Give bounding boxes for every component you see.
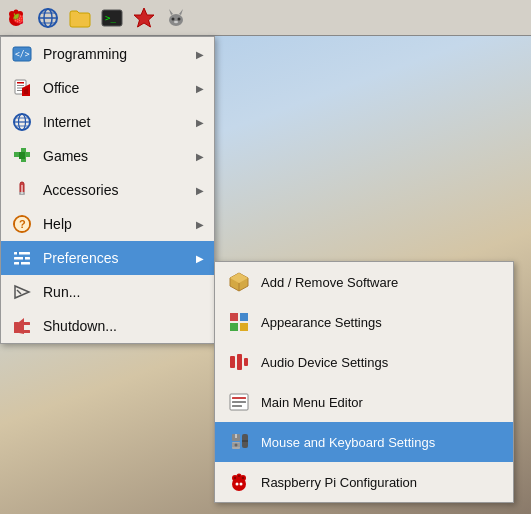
package-icon	[227, 270, 251, 294]
svg-rect-48	[23, 256, 25, 261]
taskbar: 🍓 >_	[0, 0, 531, 36]
menu-item-run[interactable]: Run...	[1, 275, 214, 309]
menu-arrow: ▶	[196, 185, 204, 196]
menu-item-games[interactable]: Games ▶	[1, 139, 214, 173]
svg-point-81	[234, 477, 236, 479]
svg-marker-14	[169, 9, 173, 15]
submenu-raspberry-pi-config-label: Raspberry Pi Configuration	[261, 475, 417, 490]
menu-item-shutdown[interactable]: Shutdown...	[1, 309, 214, 343]
menu-item-help-label: Help	[43, 216, 186, 232]
globe-icon[interactable]	[32, 2, 64, 34]
svg-point-82	[242, 477, 244, 479]
submenu-item-audio-device-settings[interactable]: Audio Device Settings	[215, 342, 513, 382]
svg-rect-49	[19, 261, 21, 266]
mouse-icon	[227, 430, 251, 454]
menu-item-programming-label: Programming	[43, 46, 186, 62]
submenu-item-raspberry-pi-config[interactable]: Raspberry Pi Configuration	[215, 462, 513, 502]
svg-rect-65	[244, 358, 248, 366]
shutdown-icon	[11, 315, 33, 337]
svg-point-83	[238, 475, 240, 477]
menu-arrow: ▶	[196, 117, 204, 128]
svg-rect-37	[19, 152, 25, 159]
svg-point-13	[169, 14, 183, 26]
svg-rect-64	[237, 354, 242, 370]
help-icon: ?	[11, 213, 33, 235]
raspberry-menu-icon[interactable]: 🍓	[0, 2, 32, 34]
submenu-item-main-menu-editor[interactable]: Main Menu Editor	[215, 382, 513, 422]
menu-item-preferences-label: Preferences	[43, 250, 186, 266]
terminal-icon[interactable]: >_	[96, 2, 128, 34]
submenu-item-mouse-keyboard-settings[interactable]: Mouse and Keyboard Settings	[215, 422, 513, 462]
svg-rect-69	[232, 405, 242, 407]
menu-item-office[interactable]: Office ▶	[1, 71, 214, 105]
svg-point-85	[240, 483, 243, 486]
svg-marker-50	[15, 286, 29, 298]
menu-editor-icon	[227, 390, 251, 414]
submenu-main-menu-editor-label: Main Menu Editor	[261, 395, 363, 410]
svg-point-84	[236, 483, 239, 486]
svg-marker-15	[179, 9, 183, 15]
menu-arrow: ▶	[196, 83, 204, 94]
svg-rect-63	[230, 356, 235, 368]
svg-text:🍓: 🍓	[12, 12, 25, 25]
menu-item-internet[interactable]: Internet ▶	[1, 105, 214, 139]
submenu-audio-device-settings-label: Audio Device Settings	[261, 355, 388, 370]
menu-arrow: ▶	[196, 253, 204, 264]
main-menu: </> Programming ▶ Office ▶	[0, 36, 215, 344]
run-icon	[11, 281, 33, 303]
appearance-icon	[227, 310, 251, 334]
svg-rect-59	[230, 313, 238, 321]
svg-rect-23	[17, 85, 24, 86]
svg-text:>_: >_	[105, 13, 116, 23]
submenu-item-appearance-settings[interactable]: Appearance Settings	[215, 302, 513, 342]
svg-marker-55	[19, 318, 24, 334]
submenu-item-add-remove-software[interactable]: Add / Remove Software	[215, 262, 513, 302]
menu-arrow: ▶	[196, 49, 204, 60]
menu-arrow: ▶	[196, 151, 204, 162]
svg-rect-60	[240, 313, 248, 321]
svg-rect-45	[14, 257, 30, 260]
menu-item-accessories[interactable]: Accessories ▶	[1, 173, 214, 207]
menu-item-office-label: Office	[43, 80, 186, 96]
menu-item-run-label: Run...	[43, 284, 204, 300]
svg-text:?: ?	[19, 218, 26, 230]
menu-item-help[interactable]: ? Help ▶	[1, 207, 214, 241]
svg-rect-47	[17, 251, 19, 256]
svg-rect-67	[232, 397, 246, 399]
svg-rect-44	[14, 252, 30, 255]
office-icon	[11, 77, 33, 99]
svg-line-51	[17, 290, 21, 294]
folder-icon[interactable]	[64, 2, 96, 34]
menu-item-shutdown-label: Shutdown...	[43, 318, 204, 334]
svg-rect-25	[17, 90, 22, 91]
menu-item-programming[interactable]: </> Programming ▶	[1, 37, 214, 71]
raspberry-pi-icon	[227, 470, 251, 494]
submenu-mouse-keyboard-settings-label: Mouse and Keyboard Settings	[261, 435, 435, 450]
submenu-appearance-settings-label: Appearance Settings	[261, 315, 382, 330]
svg-rect-61	[230, 323, 238, 331]
submenu-add-remove-software-label: Add / Remove Software	[261, 275, 398, 290]
menu-item-preferences[interactable]: Preferences ▶	[1, 241, 214, 275]
svg-marker-12	[134, 8, 154, 27]
svg-rect-62	[240, 323, 248, 331]
svg-point-17	[178, 17, 181, 20]
svg-rect-68	[232, 401, 246, 403]
preferences-icon	[11, 247, 33, 269]
preferences-submenu: Add / Remove Software Appearance Setting…	[214, 261, 514, 503]
red-star-icon[interactable]	[128, 2, 160, 34]
svg-rect-22	[17, 82, 24, 84]
svg-point-73	[235, 444, 238, 447]
games-icon	[11, 145, 33, 167]
menu-item-accessories-label: Accessories	[43, 182, 186, 198]
svg-point-18	[174, 20, 178, 22]
svg-point-16	[172, 17, 175, 20]
menu-item-internet-label: Internet	[43, 114, 186, 130]
audio-icon	[227, 350, 251, 374]
svg-rect-33	[14, 152, 19, 157]
svg-rect-36	[25, 152, 30, 157]
menu-item-games-label: Games	[43, 148, 186, 164]
menu-arrow: ▶	[196, 219, 204, 230]
svg-text:</>: </>	[15, 50, 30, 59]
accessories-icon	[11, 179, 33, 201]
wolf-icon[interactable]	[160, 2, 192, 34]
